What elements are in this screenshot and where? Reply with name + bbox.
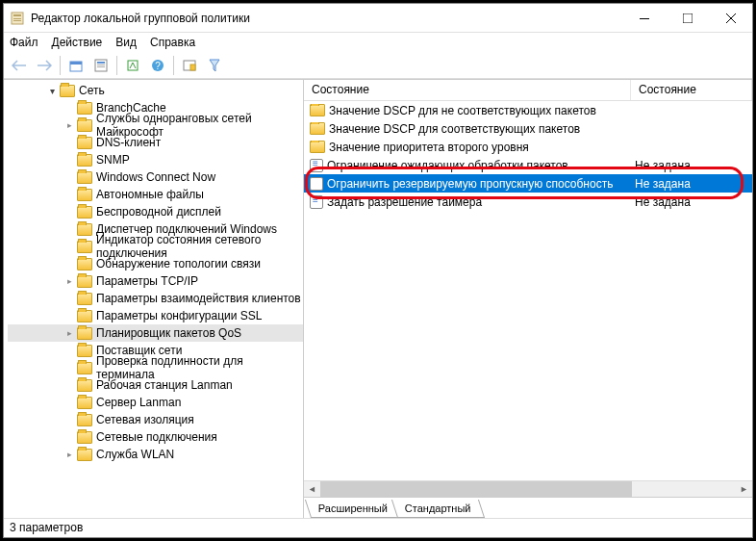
titlebar: Редактор локальной групповой политики — [4, 4, 752, 33]
back-button[interactable] — [8, 54, 31, 77]
row-state: Не задана — [631, 159, 752, 172]
tree-label: Сетевые подключения — [96, 430, 217, 444]
toolbar-separator — [116, 56, 117, 75]
tree-label: Проверка подлинности для терминала — [96, 354, 303, 381]
scroll-right-icon[interactable]: ► — [736, 481, 752, 498]
close-button[interactable] — [709, 4, 752, 32]
policy-setting-icon — [310, 195, 323, 209]
help-button[interactable]: ? — [146, 54, 169, 77]
tree-node[interactable]: Проверка подлинности для терминала — [8, 359, 303, 376]
toolbar-separator — [60, 56, 61, 75]
filter-options-button[interactable] — [178, 54, 201, 77]
tree-label: Обнаружение топологии связи — [96, 257, 261, 270]
tab-extended[interactable]: Расширенный — [305, 500, 401, 518]
menu-view[interactable]: Вид — [115, 36, 137, 49]
tab-standard[interactable]: Стандартный — [391, 500, 485, 518]
tree-node[interactable]: Параметры взаимодействия клиентов — [8, 290, 303, 307]
tree-node[interactable]: Служба WLAN — [8, 446, 303, 463]
folder-icon — [77, 345, 92, 357]
row-name: Значение DSCP для соответствующих пакето… — [329, 122, 580, 136]
window-title: Редактор локальной групповой политики — [31, 12, 622, 25]
svg-rect-18 — [190, 64, 195, 70]
list-row[interactable]: Ограничение ожидающих обработки пакетовН… — [304, 156, 752, 174]
tree-label: Рабочая станция Lanman — [96, 378, 233, 392]
svg-rect-11 — [97, 62, 105, 64]
export-button[interactable] — [121, 54, 144, 77]
chevron-right-icon[interactable] — [63, 449, 75, 460]
tree-label: Планировщик пакетов QoS — [96, 326, 241, 340]
row-name: Значение приоритета второго уровня — [329, 141, 529, 154]
list-row[interactable]: Задать разрешение таймераНе задана — [304, 193, 752, 211]
folder-icon — [77, 206, 92, 219]
tree-label: Параметры взаимодействия клиентов — [96, 292, 301, 305]
tree-label: Сетевая изоляция — [96, 413, 194, 426]
chevron-right-icon[interactable] — [63, 119, 75, 131]
folder-icon — [60, 85, 75, 97]
properties-button[interactable] — [89, 54, 113, 77]
forward-button[interactable] — [33, 54, 56, 77]
svg-text:?: ? — [155, 61, 161, 71]
folder-icon — [310, 104, 325, 116]
tree-node[interactable]: Сервер Lanman — [8, 394, 303, 411]
horizontal-scrollbar[interactable]: ◄ ► — [304, 480, 752, 497]
tree-node[interactable]: Windows Connect Now — [8, 168, 303, 186]
row-name: Задать разрешение таймера — [327, 195, 482, 209]
tree-label: Сеть — [79, 84, 105, 97]
tree-node[interactable]: Сетевая изоляция — [8, 411, 303, 428]
filter-button[interactable] — [203, 54, 226, 77]
folder-icon — [77, 189, 92, 201]
svg-rect-4 — [640, 18, 649, 19]
folder-icon — [77, 241, 92, 253]
tree-node[interactable]: Планировщик пакетов QoS — [8, 324, 303, 342]
tree-node[interactable]: Сетевые подключения — [8, 428, 303, 446]
folder-icon — [77, 223, 92, 236]
tree-label: Индикатор состояния сетевого подключения — [96, 233, 303, 260]
tree-node[interactable]: Беспроводной дисплей — [8, 203, 303, 220]
tree-node[interactable]: Службы одноранговых сетей Майкрософт — [8, 116, 303, 134]
folder-icon — [77, 154, 92, 167]
maximize-button[interactable] — [666, 4, 709, 32]
chevron-down-icon[interactable] — [46, 85, 58, 96]
app-icon — [10, 11, 25, 26]
svg-rect-3 — [13, 20, 21, 21]
tree-label: Автономные файлы — [96, 188, 204, 201]
tree-node[interactable]: Параметры конфигурации SSL — [8, 307, 303, 324]
column-name[interactable]: Состояние — [304, 80, 631, 100]
list-body[interactable]: Значение DSCP для не соответствующих пак… — [304, 101, 752, 480]
folder-icon — [77, 171, 92, 184]
tree-node[interactable]: Параметры TCP/IP — [8, 272, 303, 290]
chevron-right-icon[interactable] — [63, 327, 75, 339]
tree-node[interactable]: SNMP — [8, 151, 303, 168]
menubar: Файл Действие Вид Справка — [4, 33, 752, 52]
row-state: Не задана — [631, 177, 752, 191]
list-row[interactable]: Значение приоритета второго уровня — [304, 138, 752, 156]
menu-action[interactable]: Действие — [52, 36, 103, 49]
toolbar: ? — [4, 52, 752, 79]
chevron-right-icon[interactable] — [63, 275, 75, 287]
tree-label: Параметры TCP/IP — [96, 274, 198, 288]
tree-node[interactable]: Автономные файлы — [8, 186, 303, 203]
folder-icon — [77, 137, 92, 149]
tree-node[interactable]: Индикатор состояния сетевого подключения — [8, 238, 303, 255]
column-state[interactable]: Состояние — [631, 80, 752, 100]
svg-rect-12 — [97, 64, 105, 65]
menu-file[interactable]: Файл — [10, 36, 38, 49]
up-button[interactable] — [64, 54, 88, 77]
scroll-left-icon[interactable]: ◄ — [304, 481, 320, 498]
list-row[interactable]: Значение DSCP для соответствующих пакето… — [304, 119, 752, 138]
toolbar-separator — [173, 56, 174, 75]
tree-node[interactable]: Обнаружение топологии связи — [8, 255, 303, 272]
minimize-button[interactable] — [622, 4, 666, 32]
folder-icon — [77, 449, 92, 461]
list-row[interactable]: Ограничить резервируемую пропускную спос… — [304, 174, 752, 193]
folder-icon — [77, 327, 92, 340]
folder-icon — [77, 102, 92, 115]
tree-node-root[interactable]: Сеть — [8, 82, 303, 99]
menu-help[interactable]: Справка — [150, 36, 195, 49]
folder-icon — [77, 414, 92, 426]
tabs: Расширенный Стандартный — [304, 497, 752, 518]
content-area: Сеть BranchCacheСлужбы одноранговых сете… — [4, 79, 752, 518]
tree-label: Беспроводной дисплей — [96, 205, 221, 219]
tree-pane[interactable]: Сеть BranchCacheСлужбы одноранговых сете… — [4, 80, 304, 518]
list-row[interactable]: Значение DSCP для не соответствующих пак… — [304, 101, 752, 119]
